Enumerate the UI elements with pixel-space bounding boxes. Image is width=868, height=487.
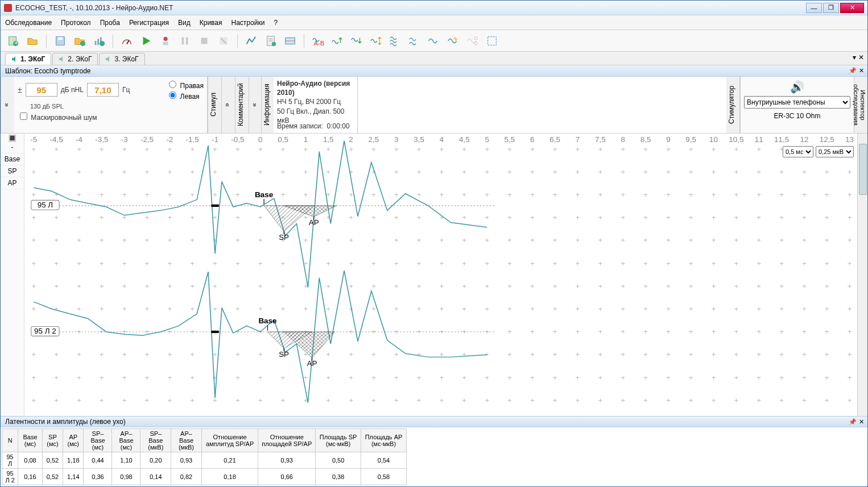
bottom-close-icon[interactable]: ✕ — [859, 418, 864, 426]
tb-wave-updown[interactable] — [368, 33, 384, 49]
bottom-pin-icon[interactable]: 📌 — [849, 418, 857, 426]
tb-gauge[interactable] — [119, 33, 135, 49]
tb-wave-single[interactable] — [426, 33, 442, 49]
menu-?[interactable]: ? — [274, 19, 278, 27]
chart-scrollbar[interactable] — [857, 134, 867, 416]
table-row[interactable]: 95 Л 20,160,521,140,360,980,140,820,180,… — [2, 469, 407, 485]
amp-scale-select[interactable]: 0,25 мкВ — [816, 146, 854, 157]
tb-stop[interactable] — [196, 33, 212, 49]
col-header[interactable]: N — [2, 429, 18, 452]
tb-stop-record[interactable] — [158, 33, 173, 49]
tb-chart-settings[interactable] — [91, 33, 107, 49]
svg-text:+: + — [100, 259, 104, 268]
svg-text:+: + — [77, 145, 81, 153]
col-header[interactable]: AP–Base (мкВ) — [171, 429, 202, 452]
col-header[interactable]: Отношение амплитуд SP/AP — [201, 429, 258, 452]
svg-text:+: + — [190, 305, 195, 313]
svg-text:+: + — [213, 259, 217, 268]
col-header[interactable]: AP–Base (мс) — [112, 429, 140, 452]
marker-btn-sp[interactable]: SP — [1, 165, 24, 177]
panel-close-icon[interactable]: ✕ — [859, 67, 864, 74]
col-header[interactable]: Площадь SP (мс·мкВ) — [316, 429, 361, 452]
stimul-vert-label[interactable]: Стимул — [208, 77, 221, 133]
menu-Обследование[interactable]: Обследование — [5, 19, 52, 27]
tb-wave-edit[interactable] — [445, 33, 461, 49]
stimul-collapse[interactable]: « — [1, 77, 14, 133]
tb-window-fit[interactable] — [282, 33, 298, 49]
marker-btn-dash[interactable]: - — [1, 141, 24, 153]
tb-wave-ab[interactable]: A-B — [310, 33, 326, 49]
tb-play[interactable] — [138, 33, 154, 49]
waveform-chart[interactable]: 🔳 - Base SP AP 0,5 мс 0,25 мкВ -5-4,5-4-… — [1, 134, 867, 416]
marker-btn-base[interactable]: Base — [1, 153, 24, 165]
tb-wave-down[interactable] — [349, 33, 365, 49]
template-value: EcochG tymptrode — [34, 67, 90, 75]
tb-report[interactable] — [263, 33, 279, 49]
col-header[interactable]: SP (мс) — [42, 429, 63, 452]
tab-1[interactable]: 2. ЭКоГ — [52, 53, 98, 65]
col-header[interactable]: Площадь AP (мс·мкВ) — [361, 429, 407, 452]
tb-new-exam[interactable]: + — [5, 33, 21, 49]
menu-Кривая[interactable]: Кривая — [200, 19, 222, 27]
svg-text:+: + — [848, 305, 852, 313]
col-header[interactable]: AP (мс) — [63, 429, 84, 452]
svg-text:+: + — [258, 214, 263, 222]
masking-checkbox[interactable]: Маскировочный шум — [18, 114, 97, 122]
close-button[interactable]: ✕ — [840, 3, 864, 13]
menu-Настройки[interactable]: Настройки — [232, 19, 265, 27]
svg-text:+: + — [507, 145, 512, 153]
svg-text:+: + — [167, 145, 172, 153]
svg-point-5 — [80, 41, 85, 46]
tab-menu-icon[interactable]: ▾ — [853, 53, 856, 61]
svg-text:+: + — [689, 351, 693, 359]
minimize-button[interactable]: — — [806, 3, 822, 13]
controls-row: « ± дБ nHL Гц Правая Левая 130 дБ SPL — [1, 77, 867, 134]
tb-select-rect[interactable] — [484, 33, 500, 49]
svg-text:+: + — [371, 396, 376, 405]
rate-input[interactable] — [87, 83, 119, 97]
pin-icon[interactable]: 📌 — [849, 67, 857, 74]
tb-save-as[interactable] — [72, 33, 88, 49]
info-collapse[interactable]: « — [249, 77, 261, 133]
tb-analysis[interactable] — [243, 33, 259, 49]
menu-Регистрация[interactable]: Регистрация — [129, 19, 169, 27]
menu-Протокол[interactable]: Протокол — [61, 19, 91, 27]
tb-wave-up[interactable] — [329, 33, 345, 49]
col-header[interactable]: Base (мс) — [18, 429, 43, 452]
tb-reject[interactable] — [216, 33, 232, 49]
inspector-tab[interactable]: Инспектор обследования — [854, 77, 867, 133]
tab-0[interactable]: 1. ЭКоГ — [5, 53, 51, 65]
side-right-radio[interactable]: Правая — [166, 79, 204, 90]
svg-text:+: + — [734, 305, 738, 313]
menu-Проба[interactable]: Проба — [100, 19, 120, 27]
menu-Вид[interactable]: Вид — [178, 19, 191, 27]
transducer-select[interactable]: Внутриушные телефоны — [744, 96, 850, 109]
col-header[interactable]: SP–Base (мкВ) — [140, 429, 171, 452]
tb-save[interactable] — [52, 33, 68, 49]
col-header[interactable]: Отношение площадей SP/AP — [258, 429, 316, 452]
stimulator-vert-label[interactable]: Стимулятор — [726, 77, 740, 133]
svg-text:+: + — [666, 190, 671, 199]
tb-wave-multi[interactable] — [387, 33, 403, 49]
info-vert-label[interactable]: Информация — [261, 77, 274, 133]
comment-vert-label[interactable]: Комментарий — [235, 77, 249, 133]
intensity-input[interactable] — [26, 83, 57, 97]
side-left-radio[interactable]: Левая — [166, 90, 204, 101]
tb-pause[interactable] — [177, 33, 193, 49]
marker-btn-ap[interactable]: AP — [1, 177, 24, 189]
svg-text:+: + — [802, 282, 807, 290]
svg-text:+: + — [553, 396, 557, 405]
svg-text:+: + — [77, 214, 81, 222]
tab-2[interactable]: 3. ЭКоГ — [99, 53, 144, 65]
table-row[interactable]: 95 Л0,080,521,180,441,100,200,930,210,93… — [2, 452, 407, 469]
tb-wave-cut[interactable] — [465, 33, 481, 49]
tab-close-icon[interactable]: ✕ — [858, 53, 864, 61]
comment-expand[interactable]: » — [221, 77, 235, 133]
tb-wave-pair[interactable] — [407, 33, 423, 49]
col-header[interactable]: SP–Base (мс) — [84, 429, 112, 452]
svg-text:+: + — [507, 328, 512, 336]
svg-text:+: + — [235, 168, 240, 176]
time-scale-select[interactable]: 0,5 мс — [783, 146, 813, 157]
maximize-button[interactable]: ❐ — [823, 3, 839, 13]
tb-open-exam[interactable] — [24, 33, 40, 49]
